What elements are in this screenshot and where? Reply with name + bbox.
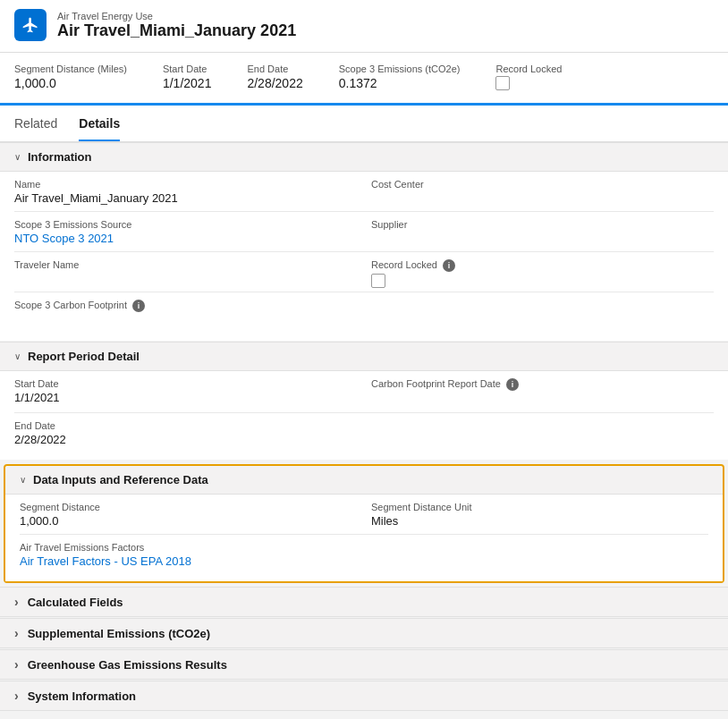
report-period-body: Start Date 1/1/2021 Carbon Footprint Rep…	[0, 371, 728, 460]
calculated-fields-chevron-icon: ›	[14, 595, 19, 609]
app-icon	[14, 9, 47, 41]
carbon-footprint-info-icon[interactable]: i	[132, 300, 145, 312]
section-greenhouse-gas-header[interactable]: › Greenhouse Gas Emissions Results	[0, 649, 728, 680]
field-empty-1	[371, 300, 714, 330]
field-empty-2	[371, 420, 714, 449]
section-calculated-fields: › Calculated Fields	[0, 587, 728, 617]
data-row-2: Air Travel Emissions Factors Air Travel …	[20, 535, 708, 574]
section-calculated-fields-header[interactable]: › Calculated Fields	[0, 587, 728, 617]
report-row-2: End Date 2/28/2022	[14, 413, 714, 453]
summary-end-date-label: End Date	[247, 63, 302, 74]
section-supplemental-emissions: › Supplemental Emissions (tCO2e)	[0, 618, 728, 648]
information-label: Information	[28, 150, 92, 164]
data-inputs-chevron-icon	[20, 475, 26, 485]
summary-start-date-label: Start Date	[163, 63, 212, 74]
record-locked-checkbox[interactable]	[371, 274, 385, 288]
section-data-inputs-highlighted: Data Inputs and Reference Data Segment D…	[4, 464, 724, 583]
field-segment-distance: Segment Distance 1,000.0	[20, 502, 371, 530]
plane-icon	[21, 16, 39, 34]
field-traveler-name: Traveler Name	[14, 259, 371, 288]
summary-record-locked-label: Record Locked	[495, 63, 562, 74]
tab-details[interactable]: Details	[79, 106, 120, 141]
supplemental-emissions-chevron-icon: ›	[14, 626, 19, 640]
section-system-info: › System Information	[0, 681, 728, 711]
summary-emissions: Scope 3 Emissions (tCO2e) 0.1372	[339, 63, 461, 90]
report-row-1: Start Date 1/1/2021 Carbon Footprint Rep…	[14, 371, 714, 413]
field-supplier: Supplier	[371, 219, 714, 248]
section-report-period: Report Period Detail Start Date 1/1/2021…	[0, 342, 728, 460]
summary-segment-distance-value: 1,000.0	[14, 76, 127, 90]
summary-bar: Segment Distance (Miles) 1,000.0 Start D…	[0, 53, 728, 106]
tab-related[interactable]: Related	[14, 106, 57, 141]
field-scope3-source: Scope 3 Emissions Source NTO Scope 3 202…	[14, 219, 371, 248]
section-greenhouse-gas: › Greenhouse Gas Emissions Results	[0, 649, 728, 680]
summary-segment-distance: Segment Distance (Miles) 1,000.0	[14, 63, 127, 90]
tabs-bar: Related Details	[0, 106, 728, 142]
summary-start-date-value: 1/1/2021	[163, 76, 212, 90]
field-name: Name Air Travel_Miami_January 2021	[14, 179, 371, 207]
app-category: Air Travel Energy Use	[57, 11, 296, 21]
section-supplemental-emissions-header[interactable]: › Supplemental Emissions (tCO2e)	[0, 618, 728, 648]
summary-end-date-value: 2/28/2022	[247, 76, 302, 90]
section-information: Information Name Air Travel_Miami_Januar…	[0, 142, 728, 341]
field-cost-center: Cost Center	[371, 179, 714, 207]
field-end-date: End Date 2/28/2022	[14, 420, 371, 449]
report-period-chevron-icon	[14, 351, 21, 361]
greenhouse-gas-label: Greenhouse Gas Emissions Results	[28, 658, 227, 672]
summary-emissions-label: Scope 3 Emissions (tCO2e)	[339, 63, 461, 74]
field-carbon-footprint: Scope 3 Carbon Footprint i	[14, 300, 371, 330]
information-body: Name Air Travel_Miami_January 2021 Cost …	[0, 172, 728, 341]
field-record-locked: Record Locked i	[371, 259, 714, 288]
section-report-period-header[interactable]: Report Period Detail	[0, 342, 728, 371]
emissions-factors-link[interactable]: Air Travel Factors - US EPA 2018	[20, 554, 357, 571]
field-carbon-footprint-date: Carbon Footprint Report Date i	[371, 378, 714, 409]
data-inputs-label: Data Inputs and Reference Data	[33, 473, 208, 486]
field-empty-3	[371, 542, 708, 571]
supplemental-emissions-label: Supplemental Emissions (tCO2e)	[28, 627, 210, 640]
main-content: Information Name Air Travel_Miami_Januar…	[0, 142, 728, 711]
report-period-label: Report Period Detail	[28, 350, 140, 363]
summary-start-date: Start Date 1/1/2021	[163, 63, 212, 90]
app-title: Air Travel_Miami_January 2021	[57, 21, 296, 40]
field-segment-distance-unit: Segment Distance Unit Miles	[371, 502, 708, 530]
info-row-2: Scope 3 Emissions Source NTO Scope 3 202…	[14, 212, 714, 252]
scope3-source-link[interactable]: NTO Scope 3 2021	[14, 232, 357, 248]
record-locked-info-icon[interactable]: i	[443, 259, 455, 272]
section-system-info-header[interactable]: › System Information	[0, 681, 728, 711]
calculated-fields-label: Calculated Fields	[28, 596, 123, 609]
field-emissions-factors: Air Travel Emissions Factors Air Travel …	[20, 542, 371, 571]
section-data-inputs-header[interactable]: Data Inputs and Reference Data	[5, 466, 723, 495]
info-row-4: Scope 3 Carbon Footprint i	[14, 292, 714, 334]
summary-record-locked-checkbox[interactable]	[495, 76, 510, 90]
summary-record-locked: Record Locked	[495, 63, 562, 90]
information-chevron-icon	[14, 152, 21, 162]
info-row-3: Traveler Name Record Locked i	[14, 252, 714, 292]
field-start-date: Start Date 1/1/2021	[14, 378, 371, 409]
app-header: Air Travel Energy Use Air Travel_Miami_J…	[0, 0, 728, 53]
carbon-footprint-date-info-icon[interactable]: i	[506, 378, 519, 391]
title-group: Air Travel Energy Use Air Travel_Miami_J…	[57, 11, 296, 40]
summary-segment-distance-label: Segment Distance (Miles)	[14, 63, 127, 74]
data-inputs-body: Segment Distance 1,000.0 Segment Distanc…	[5, 495, 723, 581]
system-info-label: System Information	[28, 689, 136, 703]
info-row-1: Name Air Travel_Miami_January 2021 Cost …	[14, 172, 714, 212]
summary-end-date: End Date 2/28/2022	[247, 63, 302, 90]
data-row-1: Segment Distance 1,000.0 Segment Distanc…	[20, 495, 708, 535]
section-information-header[interactable]: Information	[0, 142, 728, 172]
greenhouse-gas-chevron-icon: ›	[14, 657, 19, 672]
system-info-chevron-icon: ›	[14, 689, 19, 703]
summary-emissions-value: 0.1372	[339, 76, 461, 90]
